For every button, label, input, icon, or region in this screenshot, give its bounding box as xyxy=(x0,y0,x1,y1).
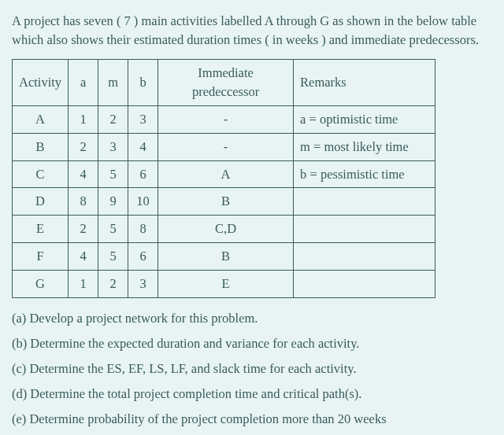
cell-predecessor: B xyxy=(158,188,294,216)
question-e: (e) Determine probability of the project… xyxy=(12,410,492,429)
table-row: F 4 5 6 B xyxy=(13,243,435,271)
cell-activity: E xyxy=(13,216,69,243)
header-m: m xyxy=(98,59,128,105)
questions-block: (a) Develop a project network for this p… xyxy=(12,309,492,429)
cell-remarks xyxy=(294,188,435,216)
header-remarks: Remarks xyxy=(294,59,435,105)
cell-a: 1 xyxy=(69,105,98,133)
cell-m: 5 xyxy=(98,243,128,271)
cell-activity: B xyxy=(13,133,69,160)
cell-a: 8 xyxy=(69,188,98,216)
cell-a: 2 xyxy=(69,133,98,160)
table-row: G 1 2 3 E xyxy=(13,271,435,298)
table-row: D 8 9 10 B xyxy=(13,188,435,216)
cell-predecessor: - xyxy=(158,133,294,160)
cell-remarks xyxy=(294,271,435,298)
cell-remarks: b = pessimistic time xyxy=(294,160,435,188)
cell-remarks xyxy=(294,243,435,271)
cell-predecessor: A xyxy=(158,160,294,188)
header-a: a xyxy=(69,59,98,105)
activity-table: Activity a m b Immediate predeccessor Re… xyxy=(12,59,435,298)
cell-b: 8 xyxy=(128,216,158,243)
question-a: (a) Develop a project network for this p… xyxy=(12,309,492,328)
table-header-row: Activity a m b Immediate predeccessor Re… xyxy=(13,59,435,105)
cell-remarks: m = most likely time xyxy=(294,133,435,160)
cell-b: 3 xyxy=(128,271,158,298)
cell-b: 6 xyxy=(128,160,158,188)
cell-a: 2 xyxy=(69,216,98,243)
cell-m: 9 xyxy=(98,188,128,216)
question-c: (c) Determine the ES, EF, LS, LF, and sl… xyxy=(12,359,492,378)
cell-b: 10 xyxy=(128,188,158,216)
cell-m: 3 xyxy=(98,133,128,160)
cell-b: 4 xyxy=(128,133,158,160)
table-row: B 2 3 4 - m = most likely time xyxy=(13,133,435,160)
table-row: E 2 5 8 C,D xyxy=(13,216,435,243)
cell-predecessor: B xyxy=(158,243,294,271)
cell-activity: C xyxy=(13,160,69,188)
cell-predecessor: C,D xyxy=(158,216,294,243)
cell-a: 4 xyxy=(69,243,98,271)
cell-m: 5 xyxy=(98,216,128,243)
cell-remarks: a = optimistic time xyxy=(294,105,435,133)
cell-m: 2 xyxy=(98,105,128,133)
header-b: b xyxy=(128,59,158,105)
cell-activity: G xyxy=(13,271,69,298)
table-row: C 4 5 6 A b = pessimistic time xyxy=(13,160,435,188)
cell-activity: A xyxy=(13,105,69,133)
cell-activity: D xyxy=(13,188,69,216)
cell-predecessor: E xyxy=(158,271,294,298)
cell-m: 2 xyxy=(98,271,128,298)
question-d: (d) Determine the total project completi… xyxy=(12,385,492,404)
header-predecessor: Immediate predeccessor xyxy=(158,59,294,105)
cell-a: 4 xyxy=(69,160,98,188)
cell-remarks xyxy=(294,216,435,243)
cell-m: 5 xyxy=(98,160,128,188)
question-b: (b) Determine the expected duration and … xyxy=(12,334,492,353)
cell-b: 6 xyxy=(128,243,158,271)
table-row: A 1 2 3 - a = optimistic time xyxy=(13,105,435,133)
cell-b: 3 xyxy=(128,105,158,133)
problem-statement: A project has seven ( 7 ) main activitie… xyxy=(12,12,492,50)
cell-a: 1 xyxy=(69,271,98,298)
cell-predecessor: - xyxy=(158,105,294,133)
cell-activity: F xyxy=(13,243,69,271)
header-activity: Activity xyxy=(13,59,69,105)
